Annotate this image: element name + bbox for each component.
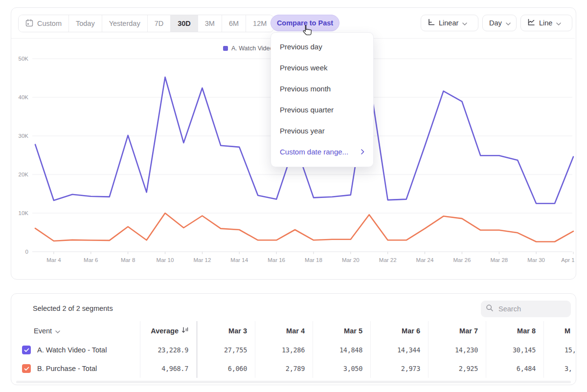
- column-header-label: Mar 3: [228, 327, 247, 335]
- date-range-label: Yesterday: [109, 20, 140, 27]
- segments-selected-label: Selected 2 of 2 segments: [33, 305, 113, 312]
- granularity-dropdown-button[interactable]: Day: [482, 15, 517, 31]
- date-range-yesterday[interactable]: Yesterday: [102, 15, 148, 32]
- date-range-7d[interactable]: 7D: [148, 15, 171, 32]
- value-cell: 14,848: [313, 341, 370, 359]
- date-range-6m[interactable]: 6M: [222, 15, 246, 32]
- column-header-mar-5[interactable]: Mar 5: [313, 321, 370, 341]
- chevron-down-icon: [556, 19, 561, 27]
- custom-date-range-label: Custom date range...: [280, 148, 348, 156]
- column-header-average[interactable]: Average: [140, 321, 196, 341]
- cell-value: 2,925: [459, 365, 478, 372]
- value-cell: 15,: [543, 341, 576, 359]
- table-header-row: EventAverageMar 3Mar 4Mar 5Mar 6Mar 7Mar…: [11, 321, 576, 341]
- menu-item-previous-year[interactable]: Previous year: [271, 120, 373, 141]
- value-cell: 23,228.9: [140, 341, 196, 359]
- cell-value: 14,848: [339, 346, 362, 354]
- event-cell: A. Watch Video - Total: [11, 346, 140, 354]
- column-header-mar-4[interactable]: Mar 4: [255, 321, 313, 341]
- cell-value: 14,344: [397, 346, 420, 354]
- date-range-12m[interactable]: 12M: [246, 15, 273, 32]
- segment-label: B. Purchase - Total: [37, 365, 97, 372]
- cell-value: 27,755: [224, 346, 247, 354]
- column-header-m[interactable]: M: [543, 321, 576, 341]
- segment-checkbox[interactable]: [22, 364, 31, 373]
- column-header-label: Mar 4: [286, 327, 305, 335]
- column-header-mar-7[interactable]: Mar 7: [428, 321, 486, 341]
- date-range-control: CustomTodayYesterday7D30D3M6M12M: [18, 15, 274, 32]
- segment-checkbox[interactable]: [22, 346, 31, 354]
- compare-to-past-menu: Previous dayPrevious weekPrevious monthP…: [271, 32, 374, 167]
- line-chart-icon: [527, 19, 535, 27]
- cell-value: 2,789: [286, 365, 305, 372]
- value-cell: 14,344: [370, 341, 428, 359]
- chevron-right-icon: [361, 148, 364, 156]
- chart-type-label: Line: [539, 19, 552, 27]
- value-cell: 30,145: [486, 341, 543, 359]
- column-header-label: Average: [151, 327, 179, 335]
- cell-value: 14,230: [455, 346, 478, 354]
- value-cell: 3,050: [313, 359, 370, 378]
- value-cell: 6,060: [196, 359, 255, 378]
- cell-value: 30,145: [513, 346, 536, 354]
- date-range-today[interactable]: Today: [69, 15, 102, 32]
- menu-item-custom-date-range[interactable]: Custom date range...: [271, 141, 373, 162]
- chevron-down-icon: [55, 327, 60, 335]
- segment-label: A. Watch Video - Total: [37, 346, 107, 354]
- menu-item-previous-day[interactable]: Previous day: [271, 36, 373, 57]
- menu-item-previous-quarter[interactable]: Previous quarter: [271, 99, 373, 120]
- column-header-mar-6[interactable]: Mar 6: [370, 321, 428, 341]
- legend-swatch: [223, 46, 228, 51]
- date-range-label: Custom: [37, 20, 62, 27]
- column-header-label: Mar 5: [344, 327, 362, 335]
- value-cell: 3,: [543, 359, 576, 378]
- cell-value: 4,968.7: [161, 365, 188, 372]
- menu-item-previous-month[interactable]: Previous month: [271, 78, 373, 99]
- column-header-event[interactable]: Event: [11, 327, 140, 335]
- column-header-label: Mar 8: [517, 327, 536, 335]
- column-header-mar-3[interactable]: Mar 3: [196, 321, 255, 341]
- search-box[interactable]: [481, 301, 571, 317]
- date-range-30d[interactable]: 30D: [171, 15, 198, 32]
- date-range-label: 7D: [155, 20, 164, 27]
- search-input[interactable]: [497, 305, 563, 313]
- granularity-label: Day: [489, 19, 502, 27]
- value-cell: 14,230: [428, 341, 486, 359]
- sort-descending-icon: [181, 327, 188, 335]
- search-icon: [486, 304, 494, 314]
- horizontal-scrollbar[interactable]: [16, 381, 571, 383]
- chevron-down-icon: [506, 19, 511, 27]
- value-cell: 2,789: [255, 359, 313, 378]
- date-range-label: 3M: [205, 20, 215, 27]
- date-range-label: 12M: [253, 20, 267, 27]
- column-header-mar-8[interactable]: Mar 8: [486, 321, 543, 341]
- chevron-down-icon: [462, 19, 467, 27]
- value-cell: 2,925: [428, 359, 486, 378]
- table-row: A. Watch Video - Total23,228.927,75513,2…: [11, 341, 576, 359]
- calendar-icon: [25, 19, 33, 28]
- select-all-checkbox[interactable]: [20, 304, 29, 312]
- value-cell: 4,968.7: [140, 359, 196, 378]
- column-header-label: M: [564, 327, 570, 335]
- cell-value: 6,484: [517, 365, 536, 372]
- scale-dropdown-button[interactable]: Linear: [421, 15, 478, 31]
- chart-type-dropdown-button[interactable]: Line: [520, 15, 572, 31]
- cell-value: 2,973: [401, 365, 420, 372]
- date-range-custom[interactable]: Custom: [19, 15, 69, 32]
- date-range-label: Today: [76, 20, 95, 27]
- cell-value: 6,060: [228, 365, 247, 372]
- value-cell: 27,755: [196, 341, 255, 359]
- date-range-label: 6M: [229, 20, 239, 27]
- menu-item-previous-week[interactable]: Previous week: [271, 57, 373, 78]
- segments-table-card: Selected 2 of 2 segments EventAverageMar…: [11, 293, 576, 385]
- cell-value: 13,286: [282, 346, 305, 354]
- value-cell: 2,973: [370, 359, 428, 378]
- axis-scale-icon: [428, 19, 435, 27]
- table-row: B. Purchase - Total4,968.76,0602,7893,05…: [11, 359, 576, 378]
- cell-value: 23,228.9: [158, 346, 188, 354]
- event-header-label: Event: [34, 327, 52, 335]
- value-cell: 6,484: [486, 359, 543, 378]
- value-cell: 13,286: [255, 341, 313, 359]
- date-range-3m[interactable]: 3M: [198, 15, 222, 32]
- compare-to-past-button[interactable]: Compare to Past: [271, 15, 339, 31]
